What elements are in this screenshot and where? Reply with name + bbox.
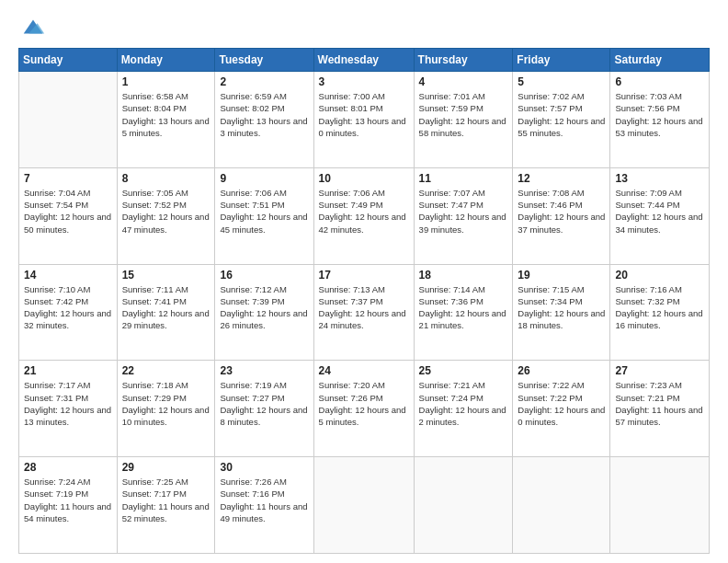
calendar-cell: 4Sunrise: 7:01 AMSunset: 7:59 PMDaylight…	[414, 72, 513, 168]
calendar-cell: 24Sunrise: 7:20 AMSunset: 7:26 PMDayligh…	[313, 361, 414, 457]
day-info: Sunrise: 7:00 AMSunset: 8:01 PMDaylight:…	[319, 90, 409, 139]
calendar-cell: 19Sunrise: 7:15 AMSunset: 7:34 PMDayligh…	[513, 264, 610, 361]
calendar-cell: 13Sunrise: 7:09 AMSunset: 7:44 PMDayligh…	[610, 167, 710, 264]
calendar-week-row: 7Sunrise: 7:04 AMSunset: 7:54 PMDaylight…	[19, 167, 710, 264]
calendar-week-row: 1Sunrise: 6:58 AMSunset: 8:04 PMDaylight…	[19, 72, 710, 168]
calendar-cell: 21Sunrise: 7:17 AMSunset: 7:31 PMDayligh…	[19, 361, 118, 457]
day-info: Sunrise: 7:05 AMSunset: 7:52 PMDaylight:…	[122, 187, 210, 236]
day-info: Sunrise: 7:10 AMSunset: 7:42 PMDaylight:…	[24, 283, 112, 332]
calendar-cell: 27Sunrise: 7:23 AMSunset: 7:21 PMDayligh…	[610, 361, 710, 457]
day-number: 16	[220, 269, 308, 282]
calendar: SundayMondayTuesdayWednesdayThursdayFrid…	[18, 48, 710, 554]
calendar-cell: 8Sunrise: 7:05 AMSunset: 7:52 PMDaylight…	[117, 167, 215, 264]
day-number: 29	[122, 461, 210, 474]
day-number: 5	[518, 75, 605, 88]
day-info: Sunrise: 7:11 AMSunset: 7:41 PMDaylight:…	[122, 283, 210, 332]
calendar-cell: 29Sunrise: 7:25 AMSunset: 7:17 PMDayligh…	[117, 457, 215, 554]
calendar-cell: 7Sunrise: 7:04 AMSunset: 7:54 PMDaylight…	[19, 167, 118, 264]
calendar-cell: 11Sunrise: 7:07 AMSunset: 7:47 PMDayligh…	[414, 167, 513, 264]
calendar-cell: 20Sunrise: 7:16 AMSunset: 7:32 PMDayligh…	[610, 264, 710, 361]
day-number: 10	[319, 172, 409, 185]
day-info: Sunrise: 7:21 AMSunset: 7:24 PMDaylight:…	[419, 379, 508, 428]
calendar-cell	[313, 457, 414, 554]
day-number: 20	[615, 269, 704, 282]
day-info: Sunrise: 7:25 AMSunset: 7:17 PMDaylight:…	[122, 476, 210, 524]
calendar-cell	[610, 457, 710, 554]
day-info: Sunrise: 7:24 AMSunset: 7:19 PMDaylight:…	[24, 476, 112, 524]
calendar-cell: 5Sunrise: 7:02 AMSunset: 7:57 PMDaylight…	[513, 72, 610, 168]
day-number: 2	[220, 75, 308, 88]
calendar-cell	[19, 72, 118, 168]
calendar-header-wednesday: Wednesday	[313, 49, 414, 72]
calendar-cell: 23Sunrise: 7:19 AMSunset: 7:27 PMDayligh…	[215, 361, 313, 457]
day-info: Sunrise: 7:04 AMSunset: 7:54 PMDaylight:…	[24, 187, 112, 236]
calendar-cell: 6Sunrise: 7:03 AMSunset: 7:56 PMDaylight…	[610, 72, 710, 168]
day-number: 4	[419, 75, 508, 88]
calendar-cell: 2Sunrise: 6:59 AMSunset: 8:02 PMDaylight…	[215, 72, 313, 168]
page: SundayMondayTuesdayWednesdayThursdayFrid…	[0, 0, 728, 563]
day-info: Sunrise: 7:14 AMSunset: 7:36 PMDaylight:…	[419, 283, 508, 332]
calendar-cell: 25Sunrise: 7:21 AMSunset: 7:24 PMDayligh…	[414, 361, 513, 457]
day-info: Sunrise: 7:19 AMSunset: 7:27 PMDaylight:…	[220, 379, 308, 428]
day-info: Sunrise: 7:07 AMSunset: 7:47 PMDaylight:…	[419, 187, 508, 236]
calendar-cell: 15Sunrise: 7:11 AMSunset: 7:41 PMDayligh…	[117, 264, 215, 361]
day-number: 28	[24, 461, 112, 474]
day-number: 23	[220, 364, 308, 377]
day-number: 15	[122, 269, 210, 282]
calendar-cell	[513, 457, 610, 554]
calendar-cell: 14Sunrise: 7:10 AMSunset: 7:42 PMDayligh…	[19, 264, 118, 361]
day-number: 6	[615, 75, 704, 88]
day-info: Sunrise: 7:08 AMSunset: 7:46 PMDaylight:…	[518, 187, 605, 236]
day-info: Sunrise: 6:59 AMSunset: 8:02 PMDaylight:…	[220, 90, 308, 139]
day-info: Sunrise: 7:06 AMSunset: 7:49 PMDaylight:…	[319, 187, 409, 236]
calendar-cell: 10Sunrise: 7:06 AMSunset: 7:49 PMDayligh…	[313, 167, 414, 264]
calendar-cell: 18Sunrise: 7:14 AMSunset: 7:36 PMDayligh…	[414, 264, 513, 361]
calendar-cell: 28Sunrise: 7:24 AMSunset: 7:19 PMDayligh…	[19, 457, 118, 554]
logo	[18, 15, 46, 40]
day-number: 30	[220, 461, 308, 474]
calendar-cell: 3Sunrise: 7:00 AMSunset: 8:01 PMDaylight…	[313, 72, 414, 168]
day-info: Sunrise: 7:20 AMSunset: 7:26 PMDaylight:…	[319, 379, 409, 428]
day-number: 17	[319, 269, 409, 282]
day-number: 26	[518, 364, 605, 377]
day-number: 11	[419, 172, 508, 185]
calendar-header-friday: Friday	[513, 49, 610, 72]
day-number: 21	[24, 364, 112, 377]
calendar-week-row: 21Sunrise: 7:17 AMSunset: 7:31 PMDayligh…	[19, 361, 710, 457]
day-info: Sunrise: 7:26 AMSunset: 7:16 PMDaylight:…	[220, 476, 308, 524]
day-info: Sunrise: 6:58 AMSunset: 8:04 PMDaylight:…	[122, 90, 210, 139]
day-info: Sunrise: 7:16 AMSunset: 7:32 PMDaylight:…	[615, 283, 704, 332]
day-info: Sunrise: 7:12 AMSunset: 7:39 PMDaylight:…	[220, 283, 308, 332]
calendar-cell: 30Sunrise: 7:26 AMSunset: 7:16 PMDayligh…	[215, 457, 313, 554]
calendar-week-row: 28Sunrise: 7:24 AMSunset: 7:19 PMDayligh…	[19, 457, 710, 554]
day-number: 27	[615, 364, 704, 377]
day-info: Sunrise: 7:18 AMSunset: 7:29 PMDaylight:…	[122, 379, 210, 428]
day-info: Sunrise: 7:01 AMSunset: 7:59 PMDaylight:…	[419, 90, 508, 139]
calendar-cell: 16Sunrise: 7:12 AMSunset: 7:39 PMDayligh…	[215, 264, 313, 361]
day-number: 8	[122, 172, 210, 185]
calendar-cell: 22Sunrise: 7:18 AMSunset: 7:29 PMDayligh…	[117, 361, 215, 457]
day-info: Sunrise: 7:09 AMSunset: 7:44 PMDaylight:…	[615, 187, 704, 236]
day-number: 7	[24, 172, 112, 185]
calendar-header-saturday: Saturday	[610, 49, 710, 72]
calendar-cell: 1Sunrise: 6:58 AMSunset: 8:04 PMDaylight…	[117, 72, 215, 168]
day-number: 3	[319, 75, 409, 88]
logo-icon	[20, 15, 46, 40]
day-info: Sunrise: 7:15 AMSunset: 7:34 PMDaylight:…	[518, 283, 605, 332]
day-number: 19	[518, 269, 605, 282]
day-number: 9	[220, 172, 308, 185]
calendar-cell	[414, 457, 513, 554]
day-number: 14	[24, 269, 112, 282]
day-number: 13	[615, 172, 704, 185]
calendar-week-row: 14Sunrise: 7:10 AMSunset: 7:42 PMDayligh…	[19, 264, 710, 361]
calendar-cell: 26Sunrise: 7:22 AMSunset: 7:22 PMDayligh…	[513, 361, 610, 457]
day-number: 12	[518, 172, 605, 185]
day-info: Sunrise: 7:17 AMSunset: 7:31 PMDaylight:…	[24, 379, 112, 428]
calendar-header-monday: Monday	[117, 49, 215, 72]
calendar-header-tuesday: Tuesday	[215, 49, 313, 72]
day-number: 24	[319, 364, 409, 377]
day-number: 18	[419, 269, 508, 282]
day-info: Sunrise: 7:02 AMSunset: 7:57 PMDaylight:…	[518, 90, 605, 139]
day-info: Sunrise: 7:03 AMSunset: 7:56 PMDaylight:…	[615, 90, 704, 139]
calendar-cell: 12Sunrise: 7:08 AMSunset: 7:46 PMDayligh…	[513, 167, 610, 264]
